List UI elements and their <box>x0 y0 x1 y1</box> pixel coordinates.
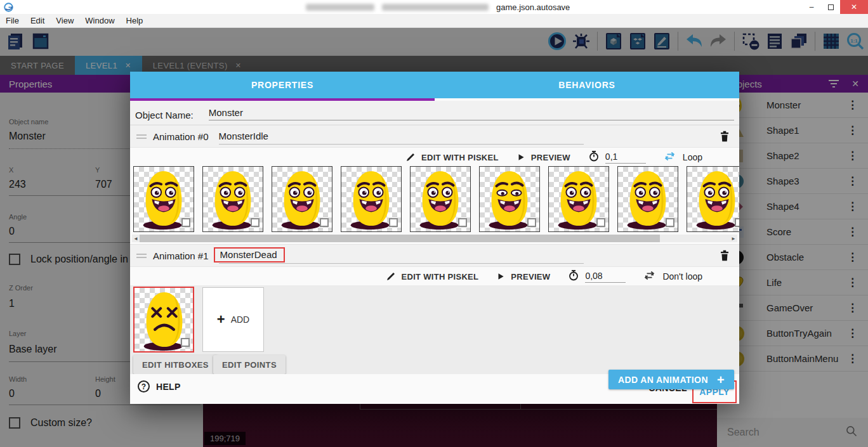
animation-frame-thumb[interactable] <box>202 166 263 232</box>
animation-name-input[interactable]: MonsterIdle <box>219 131 268 141</box>
animation-0-frames <box>133 166 739 235</box>
edit-hitboxes-button[interactable]: EDIT HITBOXES <box>133 355 218 374</box>
animation-frame-thumb[interactable] <box>479 166 540 232</box>
frame-checkbox[interactable] <box>181 338 190 347</box>
button-label: PREVIEW <box>511 272 550 282</box>
tab-properties[interactable]: PROPERTIES <box>130 72 435 98</box>
frame-checkbox[interactable] <box>596 218 605 227</box>
animation-frame-thumb[interactable] <box>341 166 402 232</box>
frames-scrollbar[interactable]: ◄ ► <box>132 235 737 242</box>
close-button[interactable]: ✕ <box>840 0 868 14</box>
animation-name-input-highlighted[interactable]: MonsterDead <box>214 247 285 262</box>
animation-1-header-row: Animation #1 MonsterDead <box>130 244 739 267</box>
redacted-title-path <box>382 4 489 11</box>
title-bar: game.json.autosave – ✕ <box>0 0 868 14</box>
animation-frame-thumb[interactable] <box>133 287 194 353</box>
animation-title: Animation #0 <box>153 131 209 142</box>
button-label: PREVIEW <box>531 153 570 162</box>
redacted-title-text <box>306 4 374 11</box>
time-between-frames-input[interactable]: 0,08 <box>585 271 626 283</box>
loop-label: Loop <box>683 152 702 162</box>
window-title: game.json.autosave <box>306 0 570 14</box>
time-between-frames: 0,08 <box>568 269 626 283</box>
tab-behaviors[interactable]: BEHAVIORS <box>435 72 739 98</box>
edit-points-button[interactable]: EDIT POINTS <box>213 355 286 374</box>
gdevelop-window: game.json.autosave – ✕ FileEditViewWindo… <box>0 0 868 447</box>
loop-icon <box>643 269 655 283</box>
animation-1-frames: +ADD <box>133 287 264 353</box>
object-name-input[interactable]: Monster <box>209 107 734 120</box>
minimize-button[interactable]: – <box>802 0 821 14</box>
menu-edit[interactable]: Edit <box>25 16 50 25</box>
loop-icon <box>664 150 676 164</box>
add-frame-label: ADD <box>231 314 250 325</box>
menu-bar: FileEditViewWindowHelp <box>0 14 868 28</box>
edit-with-piskel-button[interactable]: EDIT WITH PISKEL <box>386 271 479 282</box>
time-between-frames-input[interactable]: 0,1 <box>605 152 646 164</box>
maximize-button[interactable] <box>821 0 840 14</box>
plus-icon: + <box>717 375 725 385</box>
help-button[interactable]: ? HELP <box>138 380 181 392</box>
menu-file[interactable]: File <box>0 16 25 25</box>
stopwatch-icon <box>568 269 579 283</box>
menu-window[interactable]: Window <box>79 16 120 25</box>
drag-handle-icon[interactable] <box>136 254 147 258</box>
button-label: ADD AN ANIMATION <box>618 375 708 385</box>
frame-checkbox[interactable] <box>666 218 674 227</box>
frame-checkbox[interactable] <box>458 218 467 227</box>
delete-animation-button[interactable] <box>718 248 732 263</box>
animation-frame-thumb[interactable] <box>617 166 678 232</box>
animation-frame-thumb[interactable] <box>133 166 194 232</box>
animation-0-controls: EDIT WITH PISKEL PREVIEW 0,1 Loop <box>405 148 702 167</box>
help-icon: ? <box>138 380 150 392</box>
frame-checkbox[interactable] <box>320 218 329 227</box>
scroll-right-icon[interactable]: ► <box>730 236 737 242</box>
animation-frame-thumb[interactable] <box>687 166 739 232</box>
drag-handle-icon[interactable] <box>136 134 147 139</box>
button-label: EDIT WITH PISKEL <box>421 153 499 162</box>
menu-view[interactable]: View <box>50 16 79 25</box>
scroll-left-icon[interactable]: ◄ <box>132 236 140 242</box>
object-name-label: Object Name: <box>135 110 194 120</box>
button-label: EDIT WITH PISKEL <box>402 272 479 282</box>
loop-label: Don't loop <box>662 271 702 282</box>
dialog-tabs: PROPERTIES BEHAVIORS <box>130 72 739 98</box>
animation-frame-thumb[interactable] <box>272 166 332 232</box>
frame-checkbox[interactable] <box>251 218 260 227</box>
menu-help[interactable]: Help <box>121 16 149 25</box>
animation-1-controls: EDIT WITH PISKEL PREVIEW 0,08 Don't loop <box>386 267 702 286</box>
edit-with-piskel-button[interactable]: EDIT WITH PISKEL <box>405 152 499 162</box>
frame-checkbox[interactable] <box>527 218 536 227</box>
loop-toggle[interactable]: Loop <box>664 150 702 164</box>
animation-frame-thumb[interactable] <box>410 166 471 232</box>
gdevelop-logo-icon <box>4 3 13 12</box>
animation-frame-thumb[interactable] <box>548 166 609 232</box>
window-title-text: game.json.autosave <box>496 3 570 12</box>
preview-button[interactable]: PREVIEW <box>496 272 550 282</box>
help-label: HELP <box>156 382 181 392</box>
add-frame-button[interactable]: +ADD <box>202 287 264 352</box>
stopwatch-icon <box>588 150 600 164</box>
loop-toggle[interactable]: Don't loop <box>643 269 702 283</box>
frame-checkbox[interactable] <box>181 218 190 227</box>
object-name-row: Object Name: Monster <box>130 101 739 125</box>
window-controls: – ✕ <box>802 0 868 14</box>
delete-animation-button[interactable] <box>718 129 732 144</box>
frame-checkbox[interactable] <box>735 218 739 227</box>
animation-title: Animation #1 <box>153 250 209 261</box>
plus-icon: + <box>217 314 225 325</box>
animation-0-header-row: Animation #0 MonsterIdle <box>130 125 739 148</box>
scrollbar-thumb[interactable] <box>140 235 660 242</box>
frame-checkbox[interactable] <box>389 218 398 227</box>
time-between-frames: 0,1 <box>588 150 646 164</box>
preview-button[interactable]: PREVIEW <box>516 153 570 162</box>
object-editor-dialog: PROPERTIES BEHAVIORS Object Name: Monste… <box>130 72 739 404</box>
add-an-animation-button[interactable]: ADD AN ANIMATION + <box>608 370 734 389</box>
